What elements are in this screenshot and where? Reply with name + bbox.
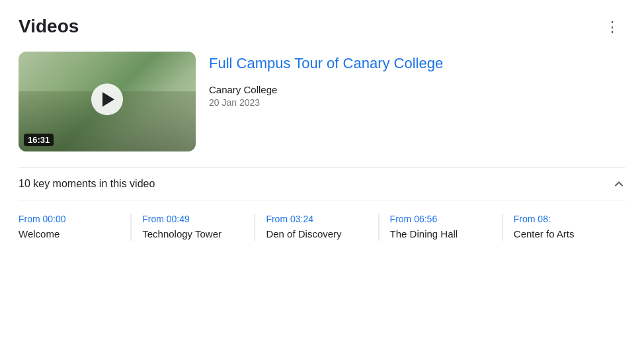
key-moments-toggle[interactable]: 10 key moments in this video	[19, 167, 625, 200]
moment-time[interactable]: From 03:24	[266, 214, 367, 224]
more-options-icon[interactable]: ⋮	[600, 16, 625, 38]
moment-name: Den of Discovery	[266, 227, 367, 241]
chevron-up-icon	[612, 177, 625, 191]
video-title-link[interactable]: Full Campus Tour of Canary College	[209, 54, 625, 73]
moment-item: From 03:24 Den of Discovery	[266, 214, 379, 241]
moment-item-partial: From 08: Center fo Arts	[514, 214, 625, 241]
videos-header: Videos ⋮	[19, 16, 625, 38]
video-date: 20 Jan 2023	[209, 97, 625, 108]
video-card: 16:31 Full Campus Tour of Canary College…	[19, 52, 625, 151]
moment-name: The Dining Hall	[390, 227, 491, 241]
moment-name: Technology Tower	[142, 227, 243, 241]
moment-time[interactable]: From 06:56	[390, 214, 491, 224]
video-duration: 16:31	[24, 134, 54, 146]
moment-item: From 00:00 Welcome	[19, 214, 132, 241]
page-title: Videos	[19, 16, 79, 37]
moment-time[interactable]: From 00:00	[19, 214, 120, 224]
moments-list: From 00:00 Welcome From 00:49 Technology…	[19, 214, 625, 241]
moment-time[interactable]: From 08:	[514, 214, 615, 224]
moment-name: Welcome	[19, 227, 120, 241]
channel-name: Canary College	[209, 84, 625, 95]
moment-item: From 06:56 The Dining Hall	[390, 214, 503, 241]
moment-name: Center fo Arts	[514, 227, 615, 241]
video-info: Full Campus Tour of Canary College Canar…	[209, 52, 625, 108]
play-button[interactable]	[91, 83, 123, 115]
moment-item: From 00:49 Technology Tower	[142, 214, 255, 241]
moment-time[interactable]: From 00:49	[142, 214, 243, 224]
key-moments-label: 10 key moments in this video	[19, 178, 155, 190]
video-thumbnail[interactable]: 16:31	[19, 52, 196, 151]
